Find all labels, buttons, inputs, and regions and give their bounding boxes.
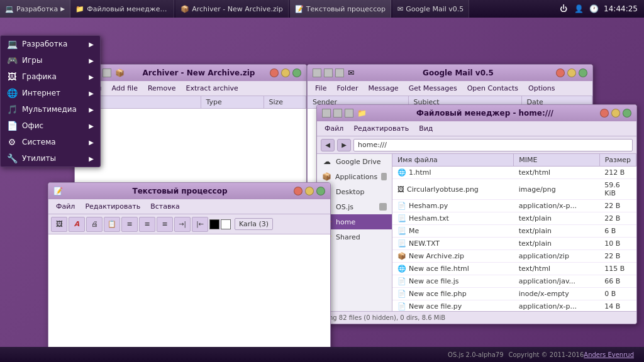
text-tool-img[interactable]: 🖼 bbox=[51, 217, 67, 232]
arrow-icon: ▶ bbox=[89, 123, 94, 129]
text-tool-align-left[interactable]: ≡ bbox=[121, 217, 138, 232]
archiver-menu-remove[interactable]: Remove bbox=[143, 83, 181, 94]
text-font-selector[interactable]: Karla (3) bbox=[235, 218, 273, 230]
fm-file-name: 🖼Circularlyobtuse.png bbox=[392, 179, 514, 200]
mail-menu-file[interactable]: File bbox=[310, 83, 331, 94]
bottom-bar: OS.js 2.0-alpha79 Copyright © 2011-2016 … bbox=[0, 347, 644, 362]
text-tool-align-right[interactable]: ≡ bbox=[157, 217, 173, 232]
fm-window: 📁 Файловый менеджер - home:/// Файл Реда… bbox=[316, 104, 637, 324]
menu-item-igry[interactable]: 🎮 Игры ▶ bbox=[1, 52, 100, 69]
fm-file-row[interactable]: 📄New ace file.js application/jav... 66 B bbox=[392, 275, 636, 288]
menu-item-internet[interactable]: 🌐 Интернет ▶ bbox=[1, 85, 100, 101]
fm-forward-btn[interactable]: ▶ bbox=[337, 139, 351, 151]
fm-file-name: 📄New ace file.js bbox=[392, 275, 514, 288]
fm-min-left[interactable] bbox=[333, 109, 342, 118]
menu-item-ofis[interactable]: 📄 Офис ▶ bbox=[1, 118, 100, 134]
mail-menubar: File Folder Message Get Messages Open Co… bbox=[308, 81, 592, 96]
text-tool-align-center[interactable]: ≡ bbox=[139, 217, 155, 232]
fm-file-row[interactable]: 🌐New ace file.html text/html 115 B bbox=[392, 263, 636, 275]
fm-close-left[interactable] bbox=[322, 109, 331, 118]
fm-file-row[interactable]: 🌐1.html text/html 212 B bbox=[392, 167, 636, 179]
arrow-icon: ▶ bbox=[89, 57, 94, 64]
taskbar-app-mail[interactable]: ✉ Google Mail v0.5 bbox=[392, 0, 469, 18]
archiver-menu-addfile[interactable]: Add file bbox=[106, 83, 143, 94]
archiver-menu-extract[interactable]: Extract archive bbox=[181, 83, 243, 94]
text-menu-file[interactable]: Файл bbox=[51, 201, 80, 212]
fm-file-row[interactable]: 📄Hesham.py application/x-p... 22 B bbox=[392, 200, 636, 212]
taskbar-menu-razrabotka[interactable]: 💻 Разработка ▶ bbox=[0, 0, 70, 18]
text-min-btn[interactable] bbox=[305, 187, 314, 195]
text-icon: 📝 bbox=[53, 186, 64, 196]
fm-max-btn[interactable] bbox=[623, 109, 631, 118]
fm-min-btn[interactable] bbox=[611, 109, 620, 118]
sistema-menu-icon: ⚙ bbox=[7, 137, 17, 147]
archiver-close-right[interactable] bbox=[270, 69, 279, 77]
fm-menubar: Файл Редактировать Вид bbox=[317, 121, 636, 136]
menu-item-sistema[interactable]: ⚙ Система ▶ bbox=[1, 134, 100, 150]
archiver-min-right[interactable] bbox=[281, 69, 290, 77]
mail-close-btn[interactable] bbox=[556, 69, 565, 77]
taskbar-app-fm[interactable]: 📁 Файловый менеджер - home:/// bbox=[70, 0, 174, 18]
author-link[interactable]: Anders Evenrud bbox=[584, 351, 634, 358]
archiver-max-btn[interactable] bbox=[103, 69, 111, 77]
taskbar-app-archiver[interactable]: 📦 Archiver - New Archive.zip bbox=[175, 0, 289, 18]
text-color-white[interactable] bbox=[221, 219, 231, 229]
fm-sidebar-google-drive[interactable]: ☁ Google Drive bbox=[317, 154, 392, 169]
fm-max-left[interactable] bbox=[345, 109, 353, 118]
taskbar-app-text[interactable]: 📝 Текстовый процессор bbox=[290, 0, 391, 18]
fm-file-row[interactable]: 📄New ace file.py application/x-p... 14 B bbox=[392, 300, 636, 312]
text-menu-edit[interactable]: Редактировать bbox=[80, 201, 145, 212]
text-max-btn[interactable] bbox=[316, 187, 325, 195]
mail-icon: ✉ bbox=[348, 68, 358, 78]
text-tool-print[interactable]: 🖨 bbox=[86, 217, 103, 232]
text-color-black[interactable] bbox=[209, 219, 219, 229]
fm-file-row[interactable]: 🖼Circularlyobtuse.png image/png 59.6 KiB bbox=[392, 179, 636, 200]
fm-file-row[interactable]: 📃NEW.TXT text/plain 10 B bbox=[392, 238, 636, 250]
fm-close-btn[interactable] bbox=[600, 109, 609, 118]
menu-item-multimedia[interactable]: 🎵 Мультимедиа ▶ bbox=[1, 101, 100, 118]
fm-file-size: 22 B bbox=[599, 250, 636, 263]
mail-max-left[interactable] bbox=[335, 69, 344, 77]
fm-file-row[interactable]: 📃Hesham.txt text/plain 22 B bbox=[392, 212, 636, 225]
fm-address-bar[interactable]: home:/// bbox=[353, 139, 633, 151]
fm-file-name: 🌐New ace file.html bbox=[392, 263, 514, 275]
menu-item-razrabotka[interactable]: 💻 Разработка ▶ bbox=[1, 36, 100, 52]
mail-menu-getmessages[interactable]: Get Messages bbox=[404, 83, 462, 94]
fm-file-size: 59.6 KiB bbox=[599, 179, 636, 200]
mail-max-btn[interactable] bbox=[579, 69, 587, 77]
fm-file-name: 📃NEW.TXT bbox=[392, 238, 514, 250]
text-menu-insert[interactable]: Вставка bbox=[145, 201, 185, 212]
mail-win-controls-left bbox=[313, 69, 344, 77]
mail-menu-contacts[interactable]: Open Contacts bbox=[462, 83, 523, 94]
fm-menu-file[interactable]: Файл bbox=[319, 123, 348, 134]
text-area[interactable] bbox=[48, 234, 330, 351]
fm-menu-edit[interactable]: Редактировать bbox=[348, 123, 414, 134]
archiver-max-right[interactable] bbox=[292, 69, 301, 77]
fm-file-row[interactable]: 📃Me text/plain 6 B bbox=[392, 225, 636, 238]
fm-file-row[interactable]: 📄New ace file.php inode/x-empty 0 B bbox=[392, 288, 636, 300]
user-icon[interactable]: 👤 bbox=[574, 4, 584, 14]
mail-menu-options[interactable]: Options bbox=[523, 83, 560, 94]
text-close-btn[interactable] bbox=[294, 187, 303, 195]
fm-file-name: 🌐1.html bbox=[392, 167, 514, 179]
text-tool-outdent[interactable]: |← bbox=[192, 217, 208, 232]
os-version: OS.js 2.0-alpha79 bbox=[448, 351, 504, 358]
razrabotka-icon: 💻 bbox=[5, 5, 14, 13]
fm-back-btn[interactable]: ◀ bbox=[321, 139, 335, 151]
fm-menu-view[interactable]: Вид bbox=[414, 123, 438, 134]
menu-item-utility[interactable]: 🔧 Утилиты ▶ bbox=[1, 150, 100, 167]
arrow-icon: ▶ bbox=[89, 90, 94, 97]
mail-close-left[interactable] bbox=[313, 69, 321, 77]
text-tool-indent[interactable]: →| bbox=[174, 217, 191, 232]
mail-menu-message[interactable]: Message bbox=[363, 83, 403, 94]
power-icon[interactable]: ⏻ bbox=[558, 4, 569, 14]
fm-file-mime: image/png bbox=[514, 179, 600, 200]
text-tool-props[interactable]: 📋 bbox=[104, 217, 120, 232]
fm-file-mime: text/html bbox=[514, 263, 600, 275]
fm-file-row[interactable]: 📦New Archive.zip application/zip 22 B bbox=[392, 250, 636, 263]
mail-min-btn[interactable] bbox=[567, 69, 576, 77]
menu-item-grafika[interactable]: 🖼 Графика ▶ bbox=[1, 69, 100, 85]
mail-menu-folder[interactable]: Folder bbox=[331, 83, 363, 94]
text-tool-color-a[interactable]: A bbox=[69, 217, 85, 232]
mail-min-left[interactable] bbox=[324, 69, 333, 77]
